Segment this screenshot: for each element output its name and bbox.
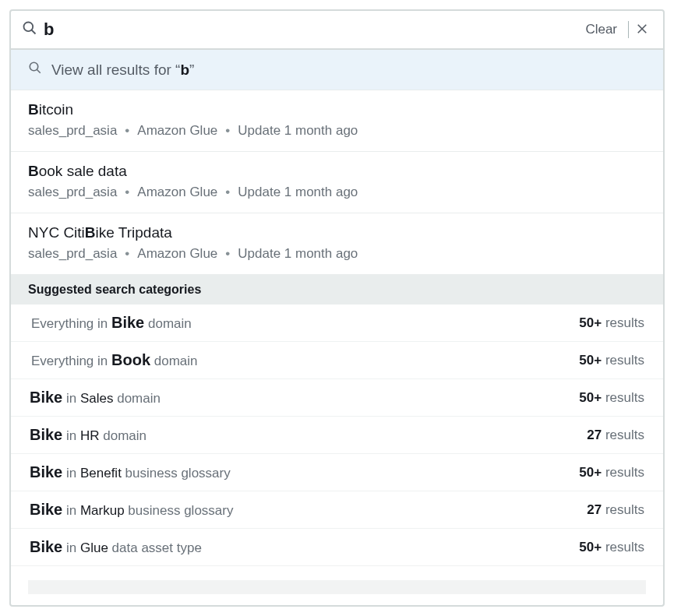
search-input[interactable]: [37, 16, 579, 43]
svg-line-1: [32, 30, 36, 34]
suggested-categories-header: Suggested search categories: [11, 275, 663, 304]
result-service: Amazon Glue: [137, 185, 217, 200]
svg-point-4: [30, 62, 38, 71]
result-source: sales_prd_asia: [28, 246, 117, 262]
result-service: Amazon Glue: [137, 246, 217, 262]
category-label: Everything in Book domain: [31, 351, 197, 369]
result-updated: Update 1 month ago: [238, 246, 358, 262]
search-bar: Clear: [11, 11, 663, 50]
close-button[interactable]: [632, 19, 652, 41]
separator-dot: •: [225, 123, 230, 139]
result-meta: sales_prd_asia•Amazon Glue•Update 1 mont…: [28, 185, 646, 200]
search-suggest-panel: Clear View all results for “b” Bitcoinsa…: [9, 9, 665, 607]
result-updated: Update 1 month ago: [238, 185, 358, 200]
result-source: sales_prd_asia: [28, 123, 117, 139]
result-service: Amazon Glue: [137, 123, 217, 139]
category-row[interactable]: Bike in Sales domain50+ results: [11, 379, 663, 417]
footer-placeholder: [28, 580, 646, 594]
category-count: 50+ results: [579, 390, 644, 406]
category-row[interactable]: Bike in HR domain27 results: [11, 417, 663, 454]
result-meta: sales_prd_asia•Amazon Glue•Update 1 mont…: [28, 246, 646, 262]
category-label: Bike in Benefit business glossary: [30, 463, 231, 481]
category-count: 27 results: [587, 428, 644, 443]
result-updated: Update 1 month ago: [238, 123, 358, 139]
category-label: Bike in Sales domain: [30, 389, 161, 407]
category-row[interactable]: Bike in Glue data asset type50+ results: [11, 529, 663, 566]
clear-button[interactable]: Clear: [579, 19, 623, 40]
category-label: Everything in Bike domain: [31, 314, 192, 332]
category-row[interactable]: Bike in Markup business glossary27 resul…: [11, 491, 663, 529]
search-icon: [22, 20, 37, 39]
result-title: Bitcoin: [28, 101, 646, 118]
result-meta: sales_prd_asia•Amazon Glue•Update 1 mont…: [28, 123, 646, 139]
search-result[interactable]: Book sale datasales_prd_asia•Amazon Glue…: [11, 152, 663, 213]
search-icon: [28, 61, 42, 79]
view-all-query: b: [180, 62, 189, 78]
category-label: Bike in Glue data asset type: [30, 538, 202, 556]
separator-dot: •: [125, 246, 129, 262]
search-result[interactable]: NYC CitiBike Tripdatasales_prd_asia•Amaz…: [11, 213, 663, 275]
category-label: Bike in Markup business glossary: [30, 501, 233, 519]
category-count: 50+ results: [579, 540, 644, 555]
category-row[interactable]: Everything in Bike domain50+ results: [11, 304, 663, 342]
category-count: 50+ results: [579, 465, 644, 480]
divider: [628, 21, 629, 38]
separator-dot: •: [125, 185, 129, 200]
view-all-prefix: View all results for: [51, 62, 175, 78]
result-source: sales_prd_asia: [28, 185, 117, 200]
view-all-results-row[interactable]: View all results for “b”: [11, 50, 663, 90]
search-result[interactable]: Bitcoinsales_prd_asia•Amazon Glue•Update…: [11, 90, 663, 152]
category-count: 50+ results: [579, 315, 644, 331]
category-count: 50+ results: [579, 353, 644, 368]
category-count: 27 results: [587, 502, 644, 518]
view-all-text: View all results for “b”: [51, 62, 194, 79]
close-icon: [635, 26, 649, 38]
svg-line-5: [37, 69, 41, 73]
category-row[interactable]: Everything in Book domain50+ results: [11, 342, 663, 379]
result-title: Book sale data: [28, 163, 646, 180]
separator-dot: •: [125, 123, 129, 139]
separator-dot: •: [225, 185, 230, 200]
category-row[interactable]: Bike in Benefit business glossary50+ res…: [11, 454, 663, 491]
category-label: Bike in HR domain: [30, 426, 146, 444]
result-title: NYC CitiBike Tripdata: [28, 224, 646, 241]
separator-dot: •: [225, 246, 230, 262]
quote-close: ”: [189, 62, 194, 78]
svg-point-0: [24, 23, 34, 32]
dropdown-body: View all results for “b” Bitcoinsales_pr…: [11, 50, 663, 594]
